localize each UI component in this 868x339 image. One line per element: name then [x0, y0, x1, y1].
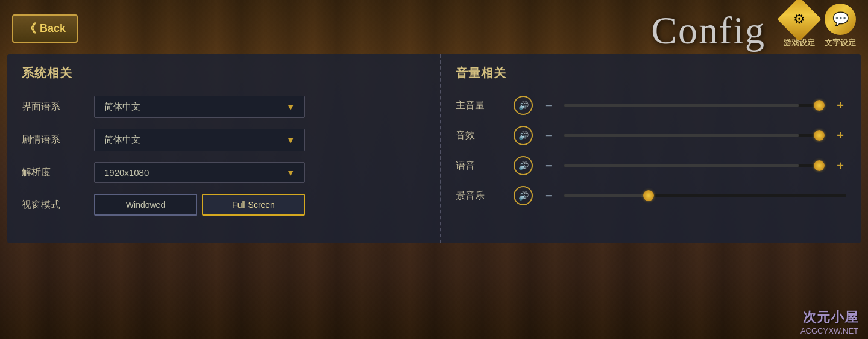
header-icons: ⚙ 游戏设定 💬 文字设定 [784, 4, 856, 53]
voice-volume-row: 语音 🔊 − + [456, 156, 846, 175]
master-volume-label: 主音量 [456, 99, 504, 112]
interface-language-value: 简体中文 [104, 101, 140, 113]
voice-volume-fill [564, 164, 799, 167]
interface-language-dropdown[interactable]: 简体中文 ▼ [94, 96, 305, 118]
voice-volume-slider[interactable] [564, 164, 825, 167]
sfx-volume-icon[interactable]: 🔊 [514, 126, 533, 145]
sfx-volume-label: 音效 [456, 129, 504, 142]
interface-language-label: 界面语系 [22, 101, 94, 113]
text-settings-label: 文字设定 [825, 37, 856, 48]
text-settings-icon-group[interactable]: 💬 文字设定 [825, 4, 856, 48]
watermark: 次元小屋 ACGCYXW.NET [800, 308, 858, 335]
back-button[interactable]: 《 Back [12, 14, 78, 43]
resolution-row: 解析度 1920x1080 ▼ [22, 162, 426, 183]
bgm-volume-slider[interactable] [564, 194, 846, 197]
story-language-label: 剧情语系 [22, 134, 94, 146]
resolution-dropdown[interactable]: 1920x1080 ▼ [94, 162, 305, 183]
interface-language-row: 界面语系 简体中文 ▼ [22, 96, 426, 118]
config-title: Config [651, 8, 766, 53]
resolution-value: 1920x1080 [104, 167, 149, 178]
bgm-volume-row: 景音乐 🔊 − [456, 186, 846, 205]
back-chevrons-icon: 《 [24, 20, 36, 37]
master-volume-thumb [814, 100, 825, 111]
sfx-volume-slider[interactable] [564, 134, 825, 137]
left-panel-title: 系统相关 [22, 65, 426, 81]
voice-volume-icon[interactable]: 🔊 [514, 156, 533, 175]
chat-icon: 💬 [832, 11, 849, 27]
chat-icon-circle: 💬 [825, 4, 856, 35]
sfx-volume-fill [564, 134, 799, 137]
master-volume-fill [564, 104, 799, 107]
bgm-volume-label: 景音乐 [456, 190, 504, 202]
voice-volume-thumb [814, 160, 825, 171]
master-volume-slider[interactable] [564, 104, 825, 107]
bgm-volume-thumb [643, 190, 654, 201]
window-mode-buttons: Windowed Full Screen [94, 194, 305, 216]
voice-volume-plus[interactable]: + [834, 159, 846, 173]
story-language-row: 剧情语系 简体中文 ▼ [22, 129, 426, 151]
header: 《 Back Config ⚙ 游戏设定 💬 文字设定 [0, 0, 868, 54]
gear-icon: ⚙ [793, 11, 805, 27]
sfx-volume-row: 音效 🔊 − + [456, 126, 846, 145]
fullscreen-button[interactable]: Full Screen [202, 194, 305, 216]
voice-volume-label: 语音 [456, 160, 504, 172]
bgm-volume-fill [564, 194, 649, 197]
main-content: 系统相关 界面语系 简体中文 ▼ 剧情语系 简体中文 ▼ 解析度 1920x10… [7, 54, 861, 243]
right-panel: 音量相关 主音量 🔊 − + 音效 🔊 − + 语音 🔊 [441, 54, 861, 243]
sfx-volume-thumb [814, 130, 825, 141]
master-volume-plus[interactable]: + [834, 99, 846, 113]
gear-icon-diamond: ⚙ [777, 0, 822, 42]
bgm-volume-minus[interactable]: − [542, 189, 555, 203]
sfx-volume-minus[interactable]: − [542, 129, 555, 143]
windowed-button[interactable]: Windowed [94, 194, 197, 216]
story-language-dropdown[interactable]: 简体中文 ▼ [94, 129, 305, 151]
master-volume-icon[interactable]: 🔊 [514, 96, 533, 115]
watermark-text: 次元小屋 [800, 308, 858, 326]
dropdown-arrow-icon-3: ▼ [286, 168, 295, 178]
window-mode-row: 视窗模式 Windowed Full Screen [22, 194, 426, 216]
right-panel-title: 音量相关 [456, 65, 846, 81]
window-mode-label: 视窗模式 [22, 199, 94, 211]
master-volume-minus[interactable]: − [542, 99, 555, 113]
back-label: Back [40, 22, 66, 35]
sfx-volume-plus[interactable]: + [834, 129, 846, 143]
header-right: Config ⚙ 游戏设定 💬 文字设定 [651, 4, 856, 53]
bgm-volume-icon[interactable]: 🔊 [514, 186, 533, 205]
watermark-url: ACGCYXW.NET [800, 326, 858, 335]
dropdown-arrow-icon: ▼ [286, 102, 295, 112]
story-language-value: 简体中文 [104, 134, 140, 146]
resolution-label: 解析度 [22, 166, 94, 179]
master-volume-row: 主音量 🔊 − + [456, 96, 846, 115]
voice-volume-minus[interactable]: − [542, 159, 555, 173]
game-settings-icon-group[interactable]: ⚙ 游戏设定 [784, 4, 815, 48]
dropdown-arrow-icon-2: ▼ [286, 135, 295, 145]
left-panel: 系统相关 界面语系 简体中文 ▼ 剧情语系 简体中文 ▼ 解析度 1920x10… [7, 54, 441, 243]
